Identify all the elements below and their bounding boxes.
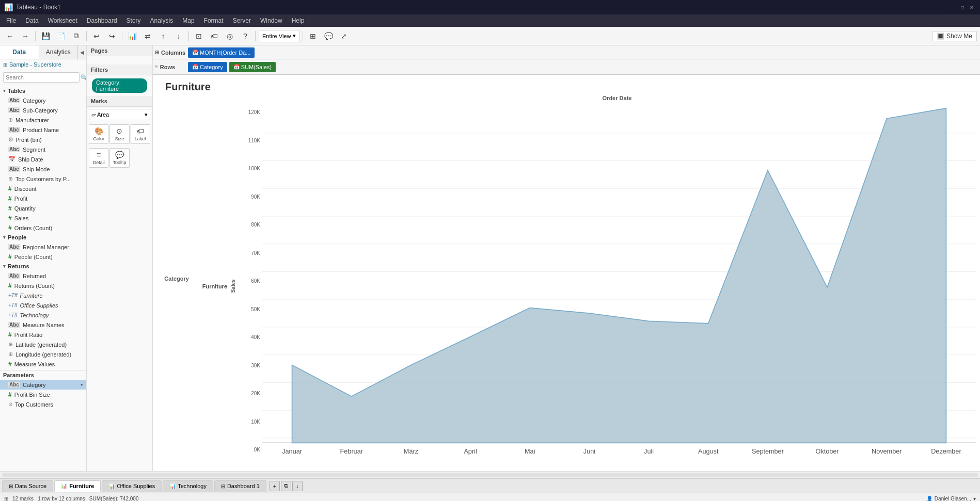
field-label: Top Customers by P... xyxy=(15,176,71,182)
entire-view-dropdown[interactable]: Entire View ▾ xyxy=(259,30,299,42)
new-sheet-button[interactable]: + xyxy=(270,481,280,491)
fit-button[interactable]: ⊡ xyxy=(192,29,206,43)
search-input[interactable] xyxy=(3,72,80,83)
menu-dashboard[interactable]: Dashboard xyxy=(83,16,121,25)
redo-button[interactable]: ↪ xyxy=(105,29,119,43)
show-me-button[interactable]: 🔳 Show Me xyxy=(932,31,977,41)
user-dropdown-icon[interactable]: ▾ xyxy=(973,496,976,501)
tooltip-button[interactable]: ? xyxy=(239,29,252,43)
field-discount[interactable]: # Discount xyxy=(0,184,86,193)
field-latitude[interactable]: ⊕ Latitude (generated) xyxy=(0,340,86,349)
menu-window[interactable]: Window xyxy=(256,16,287,25)
fix-axes-button[interactable]: ⊞ xyxy=(306,29,320,43)
detail-button[interactable]: ≡ Detail xyxy=(89,148,108,168)
analytics-tab[interactable]: Analytics xyxy=(39,45,78,59)
field-measurevalues[interactable]: # Measure Values xyxy=(0,359,86,369)
tab-technology[interactable]: 📊 Technology xyxy=(163,480,213,492)
field-shipdate[interactable]: 📅 Ship Date xyxy=(0,154,86,164)
field-manufacturer[interactable]: ⊕ Manufacturer xyxy=(0,115,86,125)
tab-dashboard1[interactable]: ⊟ Dashboard 1 xyxy=(214,480,266,492)
highlight-button[interactable]: ◎ xyxy=(223,29,236,43)
close-button[interactable]: ✕ xyxy=(968,3,976,11)
category-furniture-filter[interactable]: Category: Furniture xyxy=(92,78,147,93)
field-returnscount[interactable]: # Returns (Count) xyxy=(0,281,86,290)
color-label: Color xyxy=(93,136,104,141)
share-button[interactable]: ⤢ xyxy=(337,29,351,43)
field-label: Sub-Category xyxy=(23,107,58,114)
tooltip-button-marks[interactable]: 💬 Tooltip xyxy=(109,148,129,168)
sort-asc-button[interactable]: ↑ xyxy=(156,29,170,43)
field-officesupplies-calc[interactable]: +Tff Office Supplies xyxy=(0,300,86,310)
undo-button[interactable]: ↩ xyxy=(90,29,103,43)
menu-server[interactable]: Server xyxy=(229,16,255,25)
people-section-header[interactable]: ▾ People xyxy=(0,233,86,242)
back-button[interactable]: ← xyxy=(3,29,17,43)
tab-options-button[interactable]: ↓ xyxy=(292,481,303,491)
param-profitbinsize[interactable]: # Profit Bin Size xyxy=(0,390,86,399)
field-profitbin[interactable]: ⊙ Profit (bin) xyxy=(0,135,86,144)
tab-officesupplies[interactable]: 📊 Office Supplies xyxy=(102,480,162,492)
maximize-button[interactable]: □ xyxy=(958,3,967,11)
technology-tab-icon: 📊 xyxy=(169,483,176,489)
panel-collapse-arrow[interactable]: ◀ xyxy=(78,45,86,59)
label-button-marks[interactable]: 🏷 Label xyxy=(131,124,150,144)
menu-analysis[interactable]: Analysis xyxy=(146,16,178,25)
tooltip2-button[interactable]: 💬 xyxy=(322,29,335,43)
rows-pill-sumsales[interactable]: 📅 SUM(Sales) xyxy=(229,62,276,72)
duplicate-button[interactable]: ⧉ xyxy=(70,29,83,43)
field-profit[interactable]: # Profit xyxy=(0,193,86,203)
param-topcustomers[interactable]: ⊙ Top Customers xyxy=(0,399,86,409)
field-productname[interactable]: Abc Product Name xyxy=(0,125,86,135)
duplicate-sheet-button[interactable]: ⧉ xyxy=(281,481,291,491)
field-segment[interactable]: Abc Segment xyxy=(0,144,86,154)
menu-data[interactable]: Data xyxy=(21,16,42,25)
tab-furniture[interactable]: 📊 Furniture xyxy=(54,480,101,492)
field-orderscount[interactable]: # Orders (Count) xyxy=(0,223,86,233)
tab-datasource[interactable]: ⊞ Data Source xyxy=(2,480,53,492)
tables-section-header[interactable]: ▾ Tables xyxy=(0,86,86,95)
columns-pill-orderdate[interactable]: 📅 MONTH(Order Da... xyxy=(188,47,255,58)
scroll-track[interactable] xyxy=(2,473,978,477)
sort-desc-button[interactable]: ↓ xyxy=(172,29,185,43)
new-button[interactable]: 📄 xyxy=(54,29,68,43)
menu-map[interactable]: Map xyxy=(178,16,198,25)
marks-type-dropdown[interactable]: ▱ Area ▾ xyxy=(89,109,150,120)
menu-story[interactable]: Story xyxy=(122,16,145,25)
field-profitratio[interactable]: # Profit Ratio xyxy=(0,330,86,340)
field-subcategory[interactable]: Abc Sub-Category xyxy=(0,105,86,115)
field-shipmode[interactable]: Abc Ship Mode xyxy=(0,164,86,174)
color-button[interactable]: 🎨 Color xyxy=(89,124,108,144)
field-regionalmanager[interactable]: Abc Regional Manager xyxy=(0,242,86,252)
menu-worksheet[interactable]: Worksheet xyxy=(44,16,82,25)
minimize-button[interactable]: — xyxy=(949,3,957,11)
returns-section-header[interactable]: ▾ Returns xyxy=(0,262,86,271)
chart-type-button[interactable]: 📊 xyxy=(125,29,139,43)
size-button[interactable]: ⊙ Size xyxy=(109,124,129,144)
field-category[interactable]: Abc Category xyxy=(0,95,86,105)
data-source-label[interactable]: ⊞ Sample - Superstore xyxy=(0,59,86,70)
field-quantity[interactable]: # Quantity xyxy=(0,203,86,213)
field-peoplecount[interactable]: # People (Count) xyxy=(0,252,86,262)
field-measurenames[interactable]: Abc Measure Names xyxy=(0,320,86,330)
field-sales[interactable]: # Sales xyxy=(0,213,86,223)
menu-help[interactable]: Help xyxy=(288,16,309,25)
field-returned[interactable]: Abc Returned xyxy=(0,271,86,281)
search-icon[interactable]: 🔍 xyxy=(81,72,87,83)
data-tab[interactable]: Data xyxy=(0,45,39,59)
menu-file[interactable]: File xyxy=(2,16,20,25)
field-technology-calc[interactable]: +Tff Technology xyxy=(0,310,86,320)
field-longitude[interactable]: ⊕ Longitude (generated) xyxy=(0,349,86,359)
field-furniture-calc[interactable]: +Tff Furniture xyxy=(0,290,86,300)
forward-button[interactable]: → xyxy=(19,29,32,43)
save-button[interactable]: 💾 xyxy=(39,29,52,43)
status-right: 👤 Daniel Glasen... ▾ xyxy=(926,496,976,501)
label-button[interactable]: 🏷 xyxy=(208,29,221,43)
menu-format[interactable]: Format xyxy=(200,16,228,25)
rows-pill-category[interactable]: 📅 Category xyxy=(188,62,227,72)
field-topcustomers[interactable]: ⊕ Top Customers by P... xyxy=(0,174,86,184)
swap-button[interactable]: ⇄ xyxy=(141,29,154,43)
show-me-label: Show Me xyxy=(946,33,972,40)
param-category[interactable]: Abc Category ▾ xyxy=(0,380,86,390)
param-dropdown-icon[interactable]: ▾ xyxy=(81,382,83,387)
bottom-scrollbar[interactable] xyxy=(0,471,980,478)
